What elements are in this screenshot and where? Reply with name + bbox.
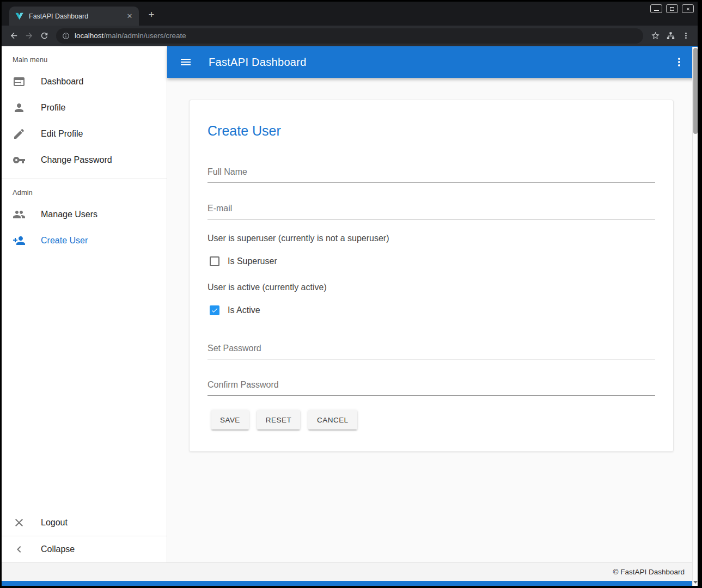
url-text: localhost/main/admin/users/create [75, 32, 186, 40]
is-active-checkbox-row[interactable]: Is Active [207, 305, 655, 315]
window-close-button[interactable] [682, 4, 694, 13]
active-hint: User is active (currently active) [207, 283, 655, 292]
app-bar: FastAPI Dashboard [167, 46, 698, 78]
kebab-menu-icon [673, 56, 686, 69]
sidebar-item-dashboard[interactable]: Dashboard [2, 69, 167, 95]
checkmark-icon [211, 307, 218, 314]
form-actions: SAVE RESET CANCEL [207, 410, 655, 430]
email-input[interactable] [207, 200, 655, 219]
sidebar-item-logout[interactable]: Logout [2, 510, 167, 536]
sidebar-section-main-menu: Main menu [2, 46, 167, 69]
dashboard-icon [13, 75, 26, 88]
people-icon [13, 208, 26, 221]
browser-menu-button[interactable] [678, 28, 693, 44]
maximize-icon [670, 7, 674, 11]
is-active-label: Is Active [228, 305, 260, 315]
close-icon [686, 7, 691, 11]
fastapi-dashboard-favicon [15, 11, 24, 21]
key-icon [13, 154, 26, 167]
forward-arrow-icon [25, 31, 34, 40]
sidebar-item-label: Create User [41, 236, 88, 246]
sidebar-item-label: Edit Profile [41, 129, 83, 139]
pencil-icon [13, 127, 26, 140]
is-superuser-checkbox[interactable] [210, 256, 219, 266]
sidebar-item-label: Dashboard [41, 77, 83, 87]
person-icon [13, 101, 26, 114]
new-tab-button[interactable]: + [143, 7, 160, 22]
sidebar-item-label: Profile [41, 103, 65, 113]
create-user-card: Create User User is superuser (currently… [189, 100, 674, 452]
main-column: FastAPI Dashboard Create User User is su… [167, 46, 698, 562]
sidebar-item-collapse[interactable]: Collapse [2, 536, 167, 562]
back-arrow-icon [9, 31, 19, 40]
sidebar-item-label: Logout [41, 518, 68, 528]
content-area: Create User User is superuser (currently… [167, 78, 698, 562]
reload-button[interactable] [36, 28, 52, 44]
set-password-input[interactable] [207, 340, 655, 359]
star-icon [651, 31, 660, 40]
save-button[interactable]: SAVE [211, 410, 249, 430]
extension-sitemap-button[interactable] [663, 28, 678, 44]
bookmark-star-button[interactable] [648, 28, 663, 44]
page-body: Main menu Dashboard Profile Edit Profile [2, 46, 698, 562]
window-minimize-button[interactable] [650, 4, 662, 13]
person-add-icon [13, 234, 26, 247]
is-superuser-label: Is Superuser [228, 256, 277, 266]
confirm-password-input[interactable] [207, 377, 655, 396]
browser-toolbar: localhost/main/admin/users/create [2, 26, 698, 46]
sidebar: Main menu Dashboard Profile Edit Profile [2, 46, 167, 562]
sidebar-item-edit-profile[interactable]: Edit Profile [2, 121, 167, 147]
sidebar-spacer [2, 254, 167, 510]
browser-window: FastAPI Dashboard ✕ + localhost/main/adm… [2, 2, 698, 586]
footer-copyright: © FastAPI Dashboard [613, 568, 685, 576]
cancel-button[interactable]: CANCEL [308, 410, 357, 430]
superuser-hint: User is superuser (currently is not a su… [207, 234, 655, 243]
url-path: /main/admin/users/create [103, 32, 186, 40]
appbar-title: FastAPI Dashboard [209, 56, 668, 69]
sidebar-item-label: Change Password [41, 155, 112, 165]
window-controls [650, 4, 694, 13]
scrollbar-thumb[interactable] [693, 48, 698, 134]
page-scrollbar[interactable] [692, 47, 698, 586]
footer-bar: © FastAPI Dashboard [2, 562, 698, 581]
back-button[interactable] [6, 28, 21, 44]
is-superuser-checkbox-row[interactable]: Is Superuser [207, 256, 655, 266]
hamburger-icon [179, 56, 192, 69]
address-bar[interactable]: localhost/main/admin/users/create [56, 28, 643, 44]
tab-title: FastAPI Dashboard [29, 13, 125, 20]
url-host: localhost [75, 32, 103, 40]
browser-tab[interactable]: FastAPI Dashboard ✕ [9, 7, 139, 26]
browser-tab-bar: FastAPI Dashboard ✕ + [2, 2, 698, 26]
reset-button[interactable]: RESET [257, 410, 300, 430]
is-active-checkbox[interactable] [210, 305, 219, 315]
chevron-left-icon [13, 543, 26, 556]
sidebar-item-create-user[interactable]: Create User [2, 228, 167, 254]
site-info-icon[interactable] [62, 32, 70, 40]
sitemap-icon [666, 31, 675, 40]
sidebar-item-label: Collapse [41, 544, 75, 554]
hamburger-menu-button[interactable] [175, 51, 197, 73]
minimize-icon [654, 10, 659, 11]
sidebar-item-manage-users[interactable]: Manage Users [2, 201, 167, 228]
kebab-menu-icon [681, 31, 691, 40]
sidebar-section-admin: Admin [2, 179, 167, 201]
scrollbar-down-arrow[interactable] [693, 581, 698, 584]
full-name-input[interactable] [207, 164, 655, 183]
sidebar-item-profile[interactable]: Profile [2, 95, 167, 121]
tab-close-icon[interactable]: ✕ [125, 11, 135, 21]
reload-icon [40, 31, 49, 40]
page-title: Create User [207, 123, 655, 139]
footer-accent-strip [2, 581, 698, 586]
appbar-menu-button[interactable] [668, 51, 690, 73]
sidebar-item-label: Manage Users [41, 210, 97, 219]
forward-button[interactable] [21, 28, 36, 44]
window-maximize-button[interactable] [666, 4, 678, 13]
logout-x-icon [13, 516, 26, 529]
sidebar-item-change-password[interactable]: Change Password [2, 147, 167, 173]
